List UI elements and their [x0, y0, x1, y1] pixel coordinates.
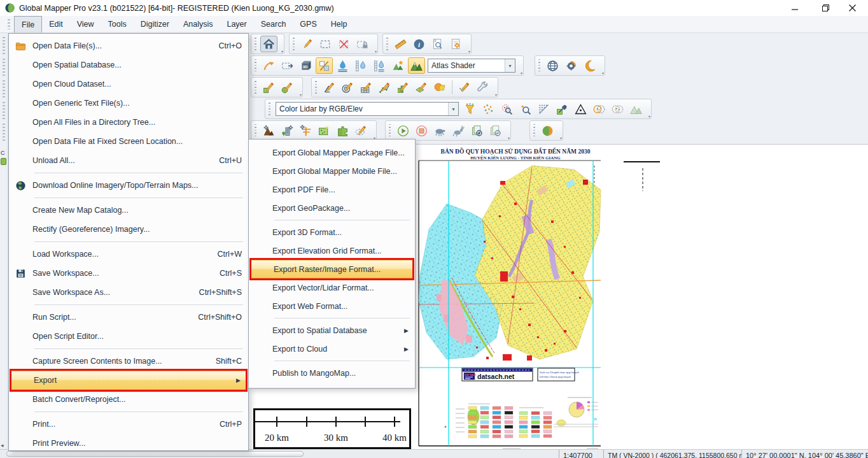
map-gear-button[interactable] [316, 122, 333, 139]
search-dots-button[interactable] [498, 101, 515, 117]
shapes-merge-button[interactable] [431, 79, 449, 96]
pencil-target-button[interactable] [339, 79, 356, 96]
crescent-moon-button[interactable] [581, 57, 598, 74]
water-raise-button[interactable] [334, 57, 351, 74]
eyedropper-square-button[interactable] [554, 101, 571, 117]
pencil-square-button[interactable] [260, 79, 277, 96]
close-icon[interactable] [841, 0, 863, 16]
pencil-path-button[interactable] [376, 79, 393, 96]
sphere-colorful-button[interactable] [539, 122, 556, 139]
pencil-angle-button[interactable]: x° [321, 79, 338, 96]
building-gear-button[interactable] [279, 122, 296, 139]
gear-circle-button[interactable] [563, 57, 580, 74]
menu-gps[interactable]: GPS [293, 16, 323, 32]
mountain-atlas-button[interactable] [408, 57, 425, 74]
mountain-star-button[interactable] [389, 57, 407, 74]
menu-item-save-workspace[interactable]: Save Workspace...Ctrl+S [9, 264, 248, 283]
pencil-paint-button[interactable] [413, 79, 430, 96]
menu-layer[interactable]: Layer [220, 16, 253, 32]
menu-item-download-online-imagery-topo-terrain-maps[interactable]: Download Online Imagery/Topo/Terrain Map… [9, 176, 248, 195]
map-view[interactable]: BẢN ĐỒ QUY HOẠCH SỬ DỤNG ĐẤT ĐẾN NĂM 203… [407, 144, 664, 449]
collapsed-panel-icon[interactable] [1, 158, 6, 165]
stop-button[interactable] [413, 122, 430, 139]
menu-item-export-vector-lidar-format[interactable]: Export Vector/Lidar Format... [249, 278, 415, 297]
menu-item-run-script[interactable]: Run Script...Ctrl+Shift+O [9, 308, 248, 327]
pencil-circle-button[interactable] [279, 79, 296, 96]
triangle-point-button[interactable] [572, 101, 589, 117]
menu-item-open-spatial-database[interactable]: Open Spatial Database... [9, 55, 248, 75]
menu-item-print-preview[interactable]: Print Preview... [9, 434, 248, 451]
toolbar-grip[interactable] [3, 37, 5, 56]
menu-item-open-data-file-at-fixed-screen-location[interactable]: Open Data File at Fixed Screen Location.… [9, 132, 248, 151]
menu-item-open-data-file-s[interactable]: Open Data File(s)...Ctrl+O [9, 36, 248, 55]
mountain-gear-button[interactable] [260, 122, 277, 139]
menu-item-export-global-mapper-package-file[interactable]: Export Global Mapper Package File... [249, 143, 415, 162]
delete-x-button[interactable] [335, 36, 353, 52]
select-locked-button[interactable] [354, 36, 371, 52]
menu-item-export-3d-format[interactable]: Export 3D Format... [249, 223, 415, 241]
pencil-building-button[interactable] [395, 79, 412, 96]
menu-item-export-web-format[interactable]: Export Web Format... [249, 297, 415, 315]
menu-item-export-to-cloud[interactable]: Export to Cloud▶ [249, 340, 415, 358]
doc-gear-button[interactable] [447, 36, 465, 52]
menu-item-create-new-map-catalog[interactable]: Create New Map Catalog... [9, 201, 248, 220]
clip-rect-button[interactable] [279, 57, 296, 74]
cube-3d-button[interactable]: 3D [297, 57, 314, 74]
layer-zoom-out-button[interactable] [487, 122, 504, 139]
grid-slash-button[interactable] [535, 101, 552, 117]
menu-item-save-workspace-as[interactable]: Save Workspace As...Ctrl+Shift+S [9, 283, 248, 302]
wrench-edit-button[interactable] [474, 79, 491, 96]
menu-item-export-pdf-file[interactable]: Export PDF File... [249, 180, 415, 199]
select-dashed-button[interactable] [317, 36, 334, 52]
menu-help[interactable]: Help [324, 16, 354, 32]
menu-view[interactable]: View [70, 16, 101, 32]
rabbit-button[interactable] [450, 122, 467, 139]
menu-search[interactable]: Search [254, 16, 293, 32]
horizontal-scrollbar-thumb[interactable] [6, 451, 304, 457]
menu-item-unload-all[interactable]: Unload All...Ctrl+U [9, 151, 248, 170]
menu-item-print[interactable]: Print...Ctrl+P [9, 415, 248, 434]
menu-item-export-raster-image-format[interactable]: Export Raster/Image Format... [250, 260, 414, 278]
measure-ruler-button[interactable] [392, 36, 409, 52]
scroll-left-arrow[interactable]: ◂ [1, 442, 4, 448]
menu-file[interactable]: File [14, 16, 42, 32]
swap-display-button[interactable] [316, 57, 333, 74]
menu-item-export[interactable]: Export▶ [10, 371, 247, 390]
menu-item-capture-screen-contents-to-image[interactable]: Capture Screen Contents to Image...Shift… [9, 352, 248, 371]
info-circle-button[interactable]: i [410, 36, 428, 52]
menu-item-rectify-georeference-imagery[interactable]: Rectify (Georeference) Imagery... [9, 220, 248, 239]
menu-item-open-generic-text-file-s[interactable]: Open Generic Text File(s)... [9, 94, 248, 113]
menu-item-batch-convert-reproject[interactable]: Batch Convert/Reproject... [9, 390, 248, 409]
funnel-filter-button[interactable] [461, 101, 479, 117]
menu-edit[interactable]: Edit [42, 16, 70, 32]
pencil-check-button[interactable] [456, 79, 473, 96]
venn-orange-button[interactable] [591, 101, 608, 117]
minimize-button[interactable] [784, 0, 806, 16]
menu-item-load-workspace[interactable]: Load Workspace...Ctrl+W [9, 245, 248, 264]
menu-item-open-cloud-dataset[interactable]: Open Cloud Dataset... [9, 75, 248, 94]
toolbar-grip[interactable] [3, 124, 5, 143]
toolbar-grip[interactable] [3, 80, 5, 99]
menu-item-export-elevation-grid-format[interactable]: Export Elevation Grid Format... [249, 241, 415, 260]
menu-item-export-to-spatial-database[interactable]: Export to Spatial Database▶ [249, 321, 415, 340]
menu-item-export-geopackage[interactable]: Export GeoPackage... [249, 199, 415, 217]
mountains-pale-button[interactable] [627, 101, 645, 117]
water-flood-button[interactable] [371, 57, 388, 74]
menu-item-open-script-editor[interactable]: Open Script Editor... [9, 327, 248, 346]
pencil-table-button[interactable] [358, 79, 375, 96]
venn-dashed-button[interactable] [609, 101, 626, 117]
search-small-button[interactable] [517, 101, 534, 117]
menu-item-export-global-mapper-mobile-file[interactable]: Export Global Mapper Mobile File... [249, 162, 415, 180]
web-globe-button[interactable] [544, 57, 561, 74]
pencil-button[interactable] [298, 36, 316, 52]
restore-button[interactable] [815, 0, 836, 16]
lasso-pencil-button[interactable] [353, 122, 370, 139]
menu-item-publish-to-mangomap[interactable]: Publish to MangoMap... [249, 364, 415, 382]
play-button[interactable] [395, 122, 412, 139]
doc-search-button[interactable] [429, 36, 446, 52]
menu-analysis[interactable]: Analysis [176, 16, 220, 32]
tree-gear-button[interactable] [297, 122, 314, 139]
toolbar-grip[interactable] [3, 102, 5, 121]
nav-arrow-button[interactable] [260, 57, 277, 74]
layer-zoom-in-button[interactable] [468, 122, 486, 139]
